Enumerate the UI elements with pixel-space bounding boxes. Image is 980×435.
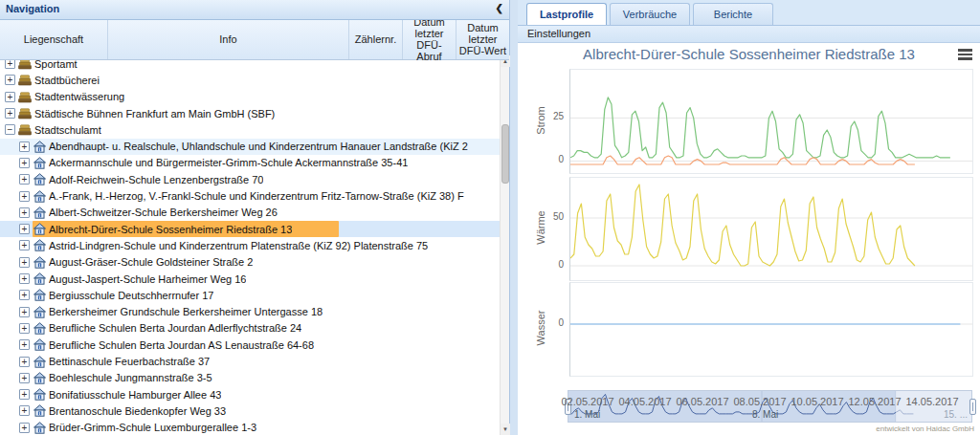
tree-item-label[interactable]: Berkersheimer Grundschule Berkersheimer … xyxy=(49,306,323,317)
tree-expander-icon[interactable]: + xyxy=(5,75,15,85)
tree-expander-icon[interactable]: + xyxy=(19,141,30,152)
tree-item-label[interactable]: Bonifatiusschule Hamburger Allee 43 xyxy=(49,389,221,401)
tree-expander-icon[interactable]: + xyxy=(19,158,30,168)
tree-expander-icon[interactable]: + xyxy=(19,373,30,383)
tree-item[interactable]: +Brüder-Grimm-Schule Luxemburgerallee 1-… xyxy=(0,420,500,435)
waerme-plot xyxy=(569,177,973,281)
tree-expander-icon[interactable]: + xyxy=(19,191,30,202)
column-header-zaehlernr[interactable]: Zählernr. xyxy=(349,19,403,59)
scroll-down-icon[interactable]: ▼ xyxy=(501,424,510,435)
tree-item-label[interactable]: Stadtbücherei xyxy=(34,75,100,86)
tree-expander-icon[interactable]: + xyxy=(5,108,15,119)
navigator-right-handle[interactable] xyxy=(969,399,976,415)
tree-item-label[interactable]: Bergiusschule Deutschherrnufer 17 xyxy=(49,290,213,301)
tree-item[interactable]: −Stadtschulamt xyxy=(0,121,500,138)
tree-item-label[interactable]: Städtische Bühnen Frankfurt am Main GmbH… xyxy=(34,108,275,120)
tree-item[interactable]: +Berufliche Schulen Berta Jourdan AS Len… xyxy=(0,337,500,353)
tree-expander-icon[interactable]: − xyxy=(5,124,15,135)
tree-item-label[interactable]: Berufliche Schulen Berta Jourdan AS Lena… xyxy=(49,339,314,351)
column-header-info[interactable]: Info xyxy=(108,19,349,59)
tree-item[interactable]: +Abendhaupt- u. Realschule, Uhlandschule… xyxy=(0,139,500,155)
tree-expander-icon[interactable]: + xyxy=(19,224,30,234)
tree-expander-icon[interactable]: + xyxy=(19,174,30,185)
tree-item-label[interactable]: A.-Frank, H.-Herzog, V.-Frankl-Schule un… xyxy=(49,190,464,202)
tree-item-label[interactable]: Bettinaschule Feuerbachstraße 37 xyxy=(49,356,210,367)
tree-expander-icon[interactable]: + xyxy=(19,273,30,284)
tree-item[interactable]: +Boehleschule Jungmannstraße 3-5 xyxy=(0,370,500,386)
tree-expander-icon[interactable]: + xyxy=(19,339,30,350)
strom-plot xyxy=(569,69,973,174)
tree-item[interactable]: +Berufliche Schulen Berta Jourdan Adlerf… xyxy=(0,320,500,337)
tree-item-label[interactable]: Ackermannschule und Bürgermeister-Grimm-… xyxy=(49,157,408,168)
org-icon xyxy=(18,107,32,120)
collapse-panel-icon[interactable]: ❮ xyxy=(496,3,503,13)
column-header-dfue-abruf[interactable]: Datum letzter DFÜ-Abruf xyxy=(403,19,457,59)
tree-item[interactable]: +August-Jaspert-Schule Harheimer Weg 16 xyxy=(0,271,500,287)
tree-item-label[interactable]: Albrecht-Dürer-Schule Sossenheimer Rieds… xyxy=(49,224,292,235)
tree-item[interactable]: +A.-Frank, H.-Herzog, V.-Frankl-Schule u… xyxy=(0,187,500,204)
tree-item-label[interactable]: Astrid-Lindgren-Schule und Kinderzentrum… xyxy=(49,240,428,251)
tab-verbraeuche[interactable]: Verbräuche xyxy=(610,3,690,25)
tree-item-label[interactable]: August-Jaspert-Schule Harheimer Weg 16 xyxy=(49,273,246,285)
tree-item[interactable]: +Bettinaschule Feuerbachstraße 37 xyxy=(0,353,500,369)
tree-item[interactable]: +Ackermannschule und Bürgermeister-Grimm… xyxy=(0,155,500,171)
panel-splitter[interactable] xyxy=(510,0,518,435)
tree-item[interactable]: +August-Gräser-Schule Goldsteiner Straße… xyxy=(0,254,500,271)
tree-item[interactable]: +Astrid-Lindgren-Schule und Kinderzentru… xyxy=(0,237,500,253)
settings-button[interactable]: Einstellungen xyxy=(527,28,590,39)
building-icon xyxy=(33,338,46,352)
tree-item[interactable]: +Bergiusschule Deutschherrnufer 17 xyxy=(0,287,500,303)
tree-item[interactable]: +Bonifatiusschule Hamburger Allee 43 xyxy=(0,386,500,402)
building-icon xyxy=(33,355,46,368)
tree-expander-icon[interactable]: + xyxy=(19,257,30,268)
tab-lastprofile[interactable]: Lastprofile xyxy=(526,3,607,25)
building-icon xyxy=(33,404,46,418)
tree-item[interactable]: +Stadtentwässerung xyxy=(0,89,500,105)
y-tick-label: 0 xyxy=(535,154,564,164)
tree-expander-icon[interactable]: + xyxy=(19,290,30,300)
tree-item-label[interactable]: Stadtentwässerung xyxy=(34,91,124,102)
navigation-titlebar: Navigation ❮ xyxy=(0,0,509,20)
building-icon xyxy=(33,140,46,153)
tree-item[interactable]: +Adolf-Reichwein-Schule Lenzenbergstraße… xyxy=(0,171,500,187)
tree-item-label[interactable]: Stadtschulamt xyxy=(34,124,101,136)
tree-expander-icon[interactable]: + xyxy=(19,240,30,250)
tree-item-label[interactable]: Abendhaupt- u. Realschule, Uhlandschule … xyxy=(49,141,468,152)
tab-berichte[interactable]: Berichte xyxy=(693,3,773,25)
tree-expander-icon[interactable]: + xyxy=(19,357,30,367)
tree-item[interactable]: +Albert-Schweitzer-Schule Berkersheimer … xyxy=(0,205,500,221)
tree-expander-icon[interactable]: + xyxy=(19,423,30,433)
credit-text: entwickelt von Haidac GmbH xyxy=(876,424,974,433)
building-icon xyxy=(33,206,46,219)
app-window: Navigation ❮ Liegenschaft Info Zählernr.… xyxy=(0,0,980,435)
column-header-liegenschaft[interactable]: Liegenschaft xyxy=(0,19,108,59)
tree-scrollbar[interactable]: ▲ ▼ xyxy=(500,55,509,435)
navigator-label-start: 1. Mai xyxy=(574,409,600,420)
scrollbar-thumb[interactable] xyxy=(501,124,509,184)
content-panel: Lastprofile Verbräuche Berichte Einstell… xyxy=(518,0,980,435)
tree-item[interactable]: +Berkersheimer Grundschule Berkersheimer… xyxy=(0,304,500,320)
building-icon xyxy=(33,189,46,203)
tree-item-label[interactable]: Adolf-Reichwein-Schule Lenzenbergstraße … xyxy=(49,174,263,185)
tree-expander-icon[interactable]: + xyxy=(19,389,30,400)
tree-item-label[interactable]: August-Gräser-Schule Goldsteiner Straße … xyxy=(49,256,253,268)
tree-item-label[interactable]: Albert-Schweitzer-Schule Berkersheimer W… xyxy=(49,207,278,218)
tree-item-label[interactable]: Brüder-Grimm-Schule Luxemburgerallee 1-3 xyxy=(49,422,256,433)
tree-item[interactable]: +Städtische Bühnen Frankfurt am Main Gmb… xyxy=(0,105,500,121)
tree-item-label[interactable]: Boehleschule Jungmannstraße 3-5 xyxy=(49,372,212,383)
chart-menu-icon[interactable] xyxy=(958,49,972,60)
tree-item[interactable]: +Stadtbücherei xyxy=(0,72,500,88)
building-icon xyxy=(33,173,46,186)
tree-item[interactable]: +Brentanoschule Biedenkopfer Weg 33 xyxy=(0,402,500,419)
navigation-title: Navigation xyxy=(6,3,59,14)
tree-item-label[interactable]: Berufliche Schulen Berta Jourdan Adlerfl… xyxy=(49,322,301,334)
tree-item[interactable]: +Albrecht-Dürer-Schule Sossenheimer Ried… xyxy=(0,221,500,237)
tree-expander-icon[interactable]: + xyxy=(5,92,15,102)
column-header-dfue-wert[interactable]: Datum letzter DFÜ-Wert xyxy=(457,19,509,59)
tree-expander-icon[interactable]: + xyxy=(19,307,30,317)
tree-item-label[interactable]: Brentanoschule Biedenkopfer Weg 33 xyxy=(49,405,226,417)
tree-expander-icon[interactable]: + xyxy=(19,323,30,334)
tree-expander-icon[interactable]: + xyxy=(19,405,30,416)
y-tick-label: 0 xyxy=(535,259,564,270)
tree-expander-icon[interactable]: + xyxy=(19,207,30,218)
